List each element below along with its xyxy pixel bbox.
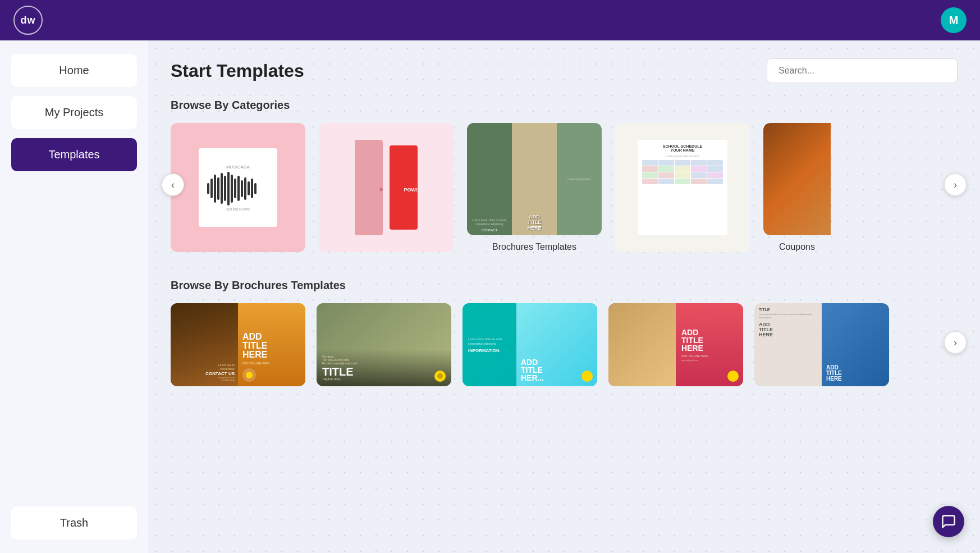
category-card-album-covers[interactable]: MUSICADA bbox=[171, 123, 305, 252]
avatar-letter: M bbox=[949, 14, 959, 27]
brochures-section-title: Browse By Brochures Templates bbox=[171, 279, 958, 292]
category-card-coupons[interactable]: Coupons bbox=[763, 123, 831, 252]
bookmark-templates-image: ✿ POW! bbox=[319, 123, 454, 252]
class-schedules-image: SCHOOL SCHEDULEYOUR NAME Lorem ipsum dol… bbox=[615, 123, 750, 252]
header: dw M bbox=[0, 0, 980, 40]
brochure-card-3[interactable]: Lorem ipsum dolor sit amet consectetur a… bbox=[462, 303, 597, 386]
content-area: Start Templates Browse By Categories ‹ M… bbox=[148, 40, 980, 553]
album-covers-image: MUSICADA bbox=[171, 123, 305, 252]
categories-track: MUSICADA bbox=[171, 123, 958, 252]
sidebar-spacer bbox=[11, 180, 137, 497]
brochure-card-2[interactable]: ContactTel: 09123456789Email: name@mail.… bbox=[317, 303, 451, 386]
sidebar-item-templates[interactable]: Templates bbox=[11, 138, 137, 171]
logo-text: dw bbox=[21, 15, 36, 26]
categories-carousel: ‹ MUSICADA bbox=[171, 123, 958, 252]
brochures-track: Lorem ipsumconsectetur CONTACT US info@e… bbox=[171, 303, 958, 386]
search-input[interactable] bbox=[767, 58, 958, 83]
category-card-bookmark-templates[interactable]: ✿ POW! Bookmark Templates bbox=[319, 123, 454, 252]
category-card-class-schedules[interactable]: SCHOOL SCHEDULEYOUR NAME Lorem ipsum dol… bbox=[615, 123, 750, 252]
coupons-label: Coupons bbox=[763, 242, 831, 252]
brochures-carousel-next-button[interactable]: › bbox=[944, 331, 967, 354]
category-card-brochures-templates[interactable]: Lorem ipsum dolor sit amet, consectetur … bbox=[467, 123, 602, 252]
coupons-image bbox=[763, 123, 831, 235]
brochures-carousel: Lorem ipsumconsectetur CONTACT US info@e… bbox=[171, 303, 958, 386]
sidebar: Home My Projects Templates Trash bbox=[0, 40, 148, 553]
brochures-templates-image: Lorem ipsum dolor sit amet, consectetur … bbox=[467, 123, 602, 235]
sidebar-item-home[interactable]: Home bbox=[11, 54, 137, 87]
carousel-next-button[interactable]: › bbox=[944, 173, 967, 196]
brochure-card-1[interactable]: Lorem ipsumconsectetur CONTACT US info@e… bbox=[171, 303, 305, 386]
content-header: Start Templates bbox=[171, 58, 958, 83]
brochures-templates-label: Brochures Templates bbox=[467, 242, 602, 252]
brochure-card-5[interactable]: TITLE Lorem ipsum dolor sit amet consect… bbox=[754, 303, 889, 386]
brochure-card-4[interactable]: ADDTITLEHERE ADD TAGLINE HERE name@mail.… bbox=[608, 303, 743, 386]
sidebar-item-trash[interactable]: Trash bbox=[11, 506, 137, 540]
carousel-prev-button[interactable]: ‹ bbox=[162, 173, 184, 196]
sidebar-item-my-projects[interactable]: My Projects bbox=[11, 96, 137, 129]
chat-button[interactable] bbox=[933, 506, 964, 537]
categories-section-title: Browse By Categories bbox=[171, 99, 958, 112]
logo[interactable]: dw bbox=[13, 6, 43, 35]
main-layout: Home My Projects Templates Trash Start T… bbox=[0, 40, 980, 553]
user-avatar[interactable]: M bbox=[941, 7, 967, 33]
page-title: Start Templates bbox=[171, 61, 304, 81]
